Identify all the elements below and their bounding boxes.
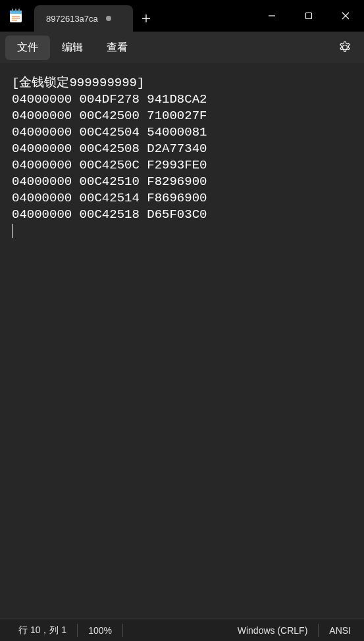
editor-line: 04000000 00C42508 D2A77340 [12, 141, 207, 156]
menubar: 文件 编辑 查看 [0, 32, 364, 63]
editor-line: 04000000 00C42518 D65F03C0 [12, 207, 207, 222]
status-zoom[interactable]: 100% [78, 624, 123, 637]
add-tab-button[interactable] [133, 5, 159, 32]
titlebar: 8972613a7ca [0, 0, 364, 32]
svg-rect-3 [15, 9, 16, 12]
status-line-ending[interactable]: Windows (CRLF) [227, 624, 319, 637]
notepad-icon [9, 9, 22, 23]
tab-title: 8972613a7ca [46, 14, 98, 24]
svg-rect-4 [18, 9, 20, 12]
plus-icon [142, 14, 151, 23]
titlebar-drag-area[interactable] [159, 0, 253, 32]
editor-line: 04000000 00C4250C F2993FE0 [12, 158, 207, 172]
minimize-button[interactable] [253, 0, 290, 32]
text-editor[interactable]: [金钱锁定999999999] 04000000 004DF278 941D8C… [0, 63, 364, 619]
maximize-button[interactable] [290, 0, 327, 32]
svg-rect-8 [306, 13, 312, 19]
svg-rect-2 [12, 9, 13, 12]
text-cursor [12, 224, 13, 238]
status-position[interactable]: 行 10，列 1 [3, 624, 78, 637]
editor-line: [金钱锁定999999999] [12, 76, 144, 90]
minimize-icon [268, 12, 276, 20]
maximize-icon [305, 12, 313, 20]
svg-rect-7 [12, 20, 17, 21]
tab-active[interactable]: 8972613a7ca [34, 5, 133, 32]
menu-file[interactable]: 文件 [5, 36, 50, 60]
editor-line: 04000000 00C42510 F8296900 [12, 174, 207, 189]
svg-rect-5 [12, 16, 20, 17]
window-controls [253, 0, 364, 32]
gear-icon [338, 41, 351, 54]
app-icon [0, 0, 32, 32]
status-encoding[interactable]: ANSI [319, 624, 361, 637]
tab-modified-indicator[interactable] [106, 16, 111, 21]
editor-line: 04000000 004DF278 941D8CA2 [12, 92, 207, 107]
svg-rect-6 [12, 18, 20, 19]
close-button[interactable] [327, 0, 364, 32]
settings-button[interactable] [331, 35, 359, 60]
editor-line: 04000000 00C42504 54000081 [12, 125, 207, 140]
close-icon [342, 12, 350, 20]
editor-line: 04000000 00C42500 7100027F [12, 109, 207, 123]
editor-line: 04000000 00C42514 F8696900 [12, 191, 207, 205]
menu-edit[interactable]: 编辑 [50, 36, 95, 60]
statusbar: 行 10，列 1 100% Windows (CRLF) ANSI [0, 619, 364, 641]
menu-view[interactable]: 查看 [95, 36, 140, 60]
